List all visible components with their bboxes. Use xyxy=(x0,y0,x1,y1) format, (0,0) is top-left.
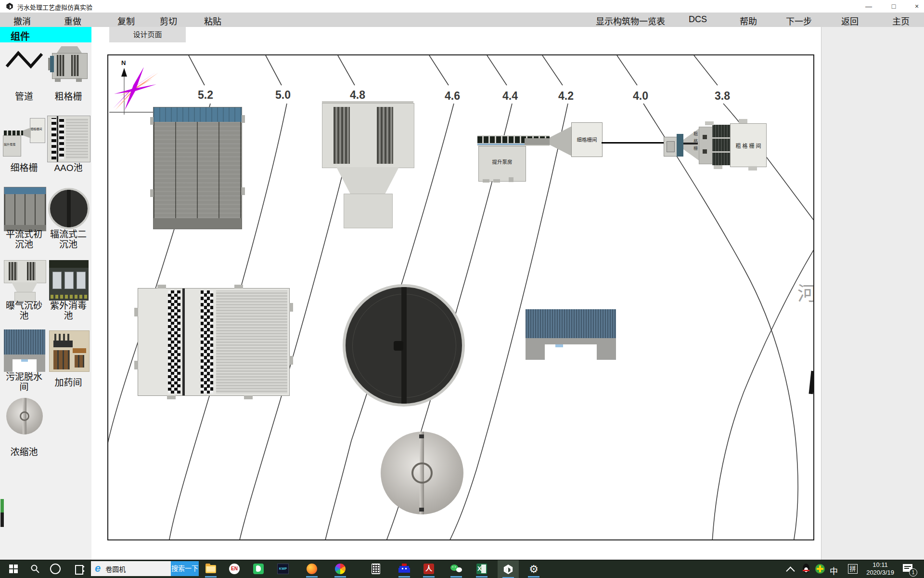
pixel-sprite-app-icon[interactable] xyxy=(398,562,411,576)
component-uv-disinfection-label: 紫外消毒池 xyxy=(46,301,90,321)
placed-thickener[interactable] xyxy=(381,432,463,514)
fine-screen-icon: 细格栅间 提升泵房 xyxy=(3,117,45,161)
component-pipe-label: 管道 xyxy=(2,92,46,102)
start-button[interactable] xyxy=(7,562,20,576)
lift-pump-label: 提升泵房 xyxy=(479,158,526,165)
file-explorer-icon[interactable] xyxy=(204,562,218,576)
menu-cut[interactable]: 剪切 xyxy=(160,14,177,27)
taskbar-search-button[interactable]: 搜索一下 xyxy=(171,561,199,576)
component-uv-disinfection[interactable] xyxy=(49,260,89,301)
uv-disinfection-icon xyxy=(49,260,89,301)
menu-bar: 撤消 重做 复制 剪切 粘贴 显示构筑物一览表 DCS 帮助 下一步 返回 主页 xyxy=(0,13,924,27)
ime-pinyin-icon[interactable]: 拼 xyxy=(848,564,858,574)
component-secondary-settling[interactable] xyxy=(48,188,90,229)
component-sludge-dewatering[interactable] xyxy=(4,329,45,372)
unity-app-active-cell[interactable] xyxy=(498,560,519,578)
taskbar: e 搜索一下 EN KWP xyxy=(0,560,924,578)
360-tray-icon[interactable] xyxy=(815,564,825,574)
aerated-grit-icon xyxy=(4,260,45,301)
placed-lift-pump-station[interactable]: 提升泵房 xyxy=(477,134,554,183)
minimize-button[interactable]: — xyxy=(860,1,877,12)
pipe-icon xyxy=(5,47,43,75)
primary-settling-icon xyxy=(4,187,46,231)
ime-chinese-indicator[interactable]: 中 xyxy=(830,565,838,577)
contour-label: 5.2 xyxy=(196,89,215,102)
tab-strip: 设计页面 xyxy=(91,27,821,42)
endnote-icon[interactable]: EN xyxy=(228,562,241,576)
placed-aao-pool[interactable] xyxy=(138,288,290,396)
menu-copy[interactable]: 复制 xyxy=(117,14,135,27)
menu-dcs[interactable]: DCS xyxy=(689,14,707,25)
coarse-screen-label: 粗 格 栅 间 xyxy=(731,142,766,149)
placed-primary-settling-tank[interactable] xyxy=(153,107,242,229)
menu-paste[interactable]: 粘贴 xyxy=(204,14,221,27)
menu-undo[interactable]: 撤消 xyxy=(13,14,31,27)
scrollbar-thumb[interactable] xyxy=(0,499,4,512)
component-aerated-grit[interactable] xyxy=(4,260,45,301)
menu-home[interactable]: 主页 xyxy=(892,14,910,27)
component-fine-screen[interactable]: 细格栅间 提升泵房 xyxy=(3,117,45,161)
taskbar-search-icon[interactable] xyxy=(28,562,42,576)
component-coarse-screen-label: 粗格栅 xyxy=(46,92,90,102)
secondary-settling-icon xyxy=(48,188,90,229)
lift-pump-house: 提升泵房 xyxy=(478,146,526,182)
component-coarse-screen[interactable] xyxy=(48,46,90,84)
tray-clock[interactable]: 10:11 2020/3/19 xyxy=(866,561,894,577)
cortana-icon[interactable] xyxy=(49,562,62,576)
placed-sludge-dewatering-building[interactable] xyxy=(526,309,616,360)
component-palette: 管道 粗格栅 细格栅间 提升泵房 细格栅 xyxy=(0,42,91,560)
placed-secondary-settling-tank[interactable] xyxy=(343,284,465,407)
unity-icon xyxy=(503,564,513,575)
component-dosing-room[interactable] xyxy=(49,330,89,371)
coarse-screen-funnel-label: 粗格栅 xyxy=(693,131,699,161)
component-pipe[interactable] xyxy=(5,47,43,75)
taskbar-search-box[interactable]: e xyxy=(91,561,171,576)
component-primary-settling[interactable] xyxy=(4,187,45,230)
evernote-icon[interactable] xyxy=(252,562,265,576)
excel-icon[interactable]: X xyxy=(475,562,488,576)
contour-label: 3.8 xyxy=(713,90,732,103)
menu-redo[interactable]: 重做 xyxy=(64,14,81,27)
contour-label: 4.4 xyxy=(500,90,520,103)
component-aerated-grit-label: 曝气沉砂池 xyxy=(2,301,46,321)
menu-back[interactable]: 返回 xyxy=(841,14,859,27)
browser-colorwheel-icon[interactable] xyxy=(334,562,347,576)
wechat-icon[interactable] xyxy=(449,562,463,576)
firefox-icon[interactable] xyxy=(305,562,319,576)
tray-chevron-up-icon[interactable] xyxy=(786,566,795,575)
contour-label: 4.8 xyxy=(348,89,367,102)
app-icon xyxy=(6,2,13,10)
kwp-icon[interactable]: KWP xyxy=(276,562,290,576)
component-thickener[interactable] xyxy=(6,398,43,434)
menu-structure-list[interactable]: 显示构筑物一览表 xyxy=(596,14,665,27)
coarse-screen-icon xyxy=(48,46,90,84)
menu-next[interactable]: 下一步 xyxy=(786,14,812,27)
taskbar-search-input[interactable] xyxy=(104,565,164,573)
notification-badge: 1 xyxy=(909,568,917,577)
component-aao-pool[interactable] xyxy=(47,116,90,161)
close-button[interactable]: × xyxy=(909,1,924,12)
aao-pool-icon xyxy=(47,116,90,162)
maximize-button[interactable]: □ xyxy=(886,1,902,12)
thickener-icon xyxy=(6,398,43,434)
palette-scrollbar[interactable] xyxy=(0,499,4,527)
component-thickener-label: 浓缩池 xyxy=(2,447,46,457)
title-bar: 污水处理工艺虚拟仿真实验 — □ × xyxy=(0,0,924,13)
tab-design-page[interactable]: 设计页面 xyxy=(109,27,186,42)
placed-aerated-grit-chamber[interactable] xyxy=(322,101,413,227)
menu-help[interactable]: 帮助 xyxy=(740,14,757,27)
placed-fine-screen-room[interactable]: 细格栅间 xyxy=(571,122,603,157)
sludge-dewatering-icon xyxy=(4,329,45,372)
component-sludge-dewatering-label: 污泥脱水间 xyxy=(2,372,46,392)
calculator-icon[interactable] xyxy=(369,562,383,576)
settings-gear-icon[interactable]: ⚙ xyxy=(527,562,540,576)
acrobat-icon[interactable]: 人 xyxy=(422,562,436,576)
qq-tray-icon[interactable] xyxy=(802,564,810,575)
design-canvas[interactable]: 5.2 5.0 4.8 4.6 4.4 4.2 4.0 3.8 N xyxy=(107,54,814,540)
contour-label: 4.0 xyxy=(631,90,650,103)
component-dosing-room-label: 加药间 xyxy=(46,378,90,388)
component-aao-pool-label: AAO池 xyxy=(46,163,90,173)
component-panel-header: 组件 xyxy=(0,27,91,42)
task-view-icon[interactable] xyxy=(73,562,87,576)
placed-coarse-screen-room[interactable]: 粗格栅 粗 格 栅 间 xyxy=(664,117,767,172)
